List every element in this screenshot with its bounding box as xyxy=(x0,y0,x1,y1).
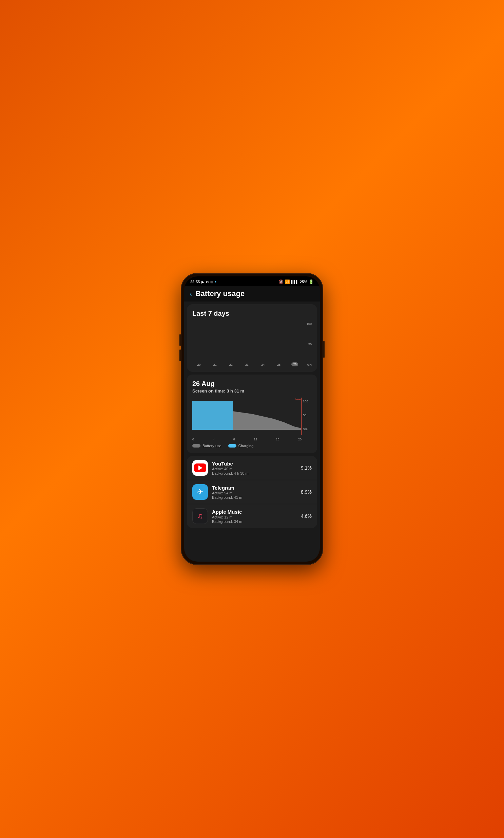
y-axis: 100 50 0% xyxy=(307,322,312,366)
svg-text:0%: 0% xyxy=(303,427,307,431)
legend-blue-dot xyxy=(228,444,236,447)
svg-text:100: 100 xyxy=(303,400,308,403)
top-bar: ‹ Battery usage xyxy=(184,286,320,302)
power-button[interactable] xyxy=(323,341,325,358)
app-list: YouTube Active: 40 m Background: 4 h 30 … xyxy=(187,456,317,528)
telegram-info: Telegram Active: 54 m Background: 41 m xyxy=(212,485,301,499)
telegram-percent: 8.9% xyxy=(301,489,312,495)
apple-music-background: Background: 34 m xyxy=(212,519,301,524)
battery-icon: 🔋 xyxy=(309,279,314,284)
apple-music-icon-wrap: ♫ xyxy=(192,508,208,524)
bar-group-21: 21 xyxy=(208,362,221,366)
signal-icon: ▌▌▌ xyxy=(291,280,299,284)
daily-section: 26 Aug Screen on time: 3 h 31 m Now 100 … xyxy=(187,375,317,453)
x-label-8: 8 xyxy=(233,438,235,441)
x-axis-labels: 0 4 8 12 16 20 xyxy=(192,438,312,441)
telegram-name: Telegram xyxy=(212,485,301,491)
x-label-0: 0 xyxy=(192,438,194,441)
bar-label-22: 22 xyxy=(229,363,233,366)
y-label-50: 50 xyxy=(307,343,312,346)
bar-label-25: 25 xyxy=(277,363,281,366)
youtube-percent: 9.1% xyxy=(301,465,312,471)
bar-label-24: 24 xyxy=(261,363,265,366)
x-label-20: 20 xyxy=(298,438,302,441)
legend-gray-dot xyxy=(192,444,200,447)
y-label-0: 0% xyxy=(307,363,312,366)
screen-on-time: Screen on time: 3 h 31 m xyxy=(192,389,312,394)
apple-music-active: Active: 12 m xyxy=(212,515,301,519)
bars-container: 20 21 22 23 xyxy=(192,322,302,366)
dnd-icon: ⊘ xyxy=(206,280,209,284)
now-label: Now xyxy=(295,398,301,401)
main-content[interactable]: Last 7 days 20 21 22 xyxy=(184,302,320,562)
telegram-active: Active: 54 m xyxy=(212,491,301,495)
apple-music-name: Apple Music xyxy=(212,509,301,515)
wifi-icon: 📶 xyxy=(285,279,290,284)
timeline-svg: 100 50 0% xyxy=(192,398,312,435)
youtube-background: Background: 4 h 30 m xyxy=(212,471,301,475)
now-line xyxy=(301,398,302,435)
x-label-12: 12 xyxy=(254,438,257,441)
y-label-100: 100 xyxy=(307,322,312,326)
bar-chart: 20 21 22 23 xyxy=(192,322,312,366)
seven-days-title: Last 7 days xyxy=(192,310,312,318)
telegram-icon: ✈ xyxy=(197,488,203,496)
vol-up-button[interactable] xyxy=(179,334,181,346)
svg-text:50: 50 xyxy=(303,414,306,417)
dot-icon: • xyxy=(215,279,216,285)
youtube-info: YouTube Active: 40 m Background: 4 h 30 … xyxy=(212,461,301,475)
status-bar: 22:55 ▶ ⊘ ⊞ • 🔇 📶 ▌▌▌ 25% 🔋 xyxy=(184,276,320,286)
battery-percent: 25% xyxy=(300,280,307,284)
app-item-apple-music[interactable]: ♫ Apple Music Active: 12 m Background: 3… xyxy=(187,504,317,528)
status-left: 22:55 ▶ ⊘ ⊞ • xyxy=(190,279,216,285)
app-item-youtube[interactable]: YouTube Active: 40 m Background: 4 h 30 … xyxy=(187,456,317,480)
youtube-icon xyxy=(194,463,206,472)
bar-group-25: 25 xyxy=(272,362,286,366)
bar-label-20: 20 xyxy=(197,363,201,366)
cast-icon: ⊞ xyxy=(210,280,213,284)
svg-marker-1 xyxy=(233,411,301,430)
telegram-icon-wrap: ✈ xyxy=(192,484,208,500)
legend-battery-use: Battery use xyxy=(192,444,221,448)
apple-music-icon: ♫ xyxy=(197,512,203,520)
legend-battery-label: Battery use xyxy=(202,444,221,448)
bar-group-26[interactable]: 26 xyxy=(288,361,302,366)
youtube-play-triangle xyxy=(198,465,202,470)
x-label-16: 16 xyxy=(276,438,280,441)
legend-charging-label: Charging xyxy=(238,444,254,448)
legend-charging: Charging xyxy=(228,444,254,448)
time-display: 22:55 xyxy=(190,280,200,284)
bar-label-23: 23 xyxy=(245,363,249,366)
bar-group-23: 23 xyxy=(240,362,253,366)
bar-label-21: 21 xyxy=(213,363,217,366)
seven-days-section: Last 7 days 20 21 22 xyxy=(187,304,317,372)
bar-group-24: 24 xyxy=(256,362,270,366)
apple-music-percent: 4.6% xyxy=(301,513,312,519)
x-label-4: 4 xyxy=(213,438,214,441)
media-icon: ▶ xyxy=(201,280,204,284)
app-item-telegram[interactable]: ✈ Telegram Active: 54 m Background: 41 m… xyxy=(187,480,317,504)
svg-marker-0 xyxy=(192,401,233,430)
bar-label-26-selected: 26 xyxy=(291,362,298,366)
back-button[interactable]: ‹ xyxy=(190,290,192,298)
page-title: Battery usage xyxy=(195,289,245,298)
status-right: 🔇 📶 ▌▌▌ 25% 🔋 xyxy=(278,279,314,284)
vol-down-button[interactable] xyxy=(179,349,181,361)
youtube-name: YouTube xyxy=(212,461,301,466)
bar-group-22: 22 xyxy=(224,362,237,366)
apple-music-info: Apple Music Active: 12 m Background: 34 … xyxy=(212,509,301,524)
youtube-icon-wrap xyxy=(192,460,208,476)
mute-icon: 🔇 xyxy=(278,279,284,284)
timeline-chart: Now 100 50 0% xyxy=(192,398,312,435)
phone-frame: 22:55 ▶ ⊘ ⊞ • 🔇 📶 ▌▌▌ 25% 🔋 ‹ Battery us… xyxy=(181,273,323,565)
chart-legend: Battery use Charging xyxy=(192,444,312,448)
phone-screen: 22:55 ▶ ⊘ ⊞ • 🔇 📶 ▌▌▌ 25% 🔋 ‹ Battery us… xyxy=(184,276,320,562)
youtube-active: Active: 40 m xyxy=(212,467,301,471)
daily-title: 26 Aug xyxy=(192,380,312,388)
telegram-background: Background: 41 m xyxy=(212,495,301,499)
bar-group-20: 20 xyxy=(192,362,205,366)
